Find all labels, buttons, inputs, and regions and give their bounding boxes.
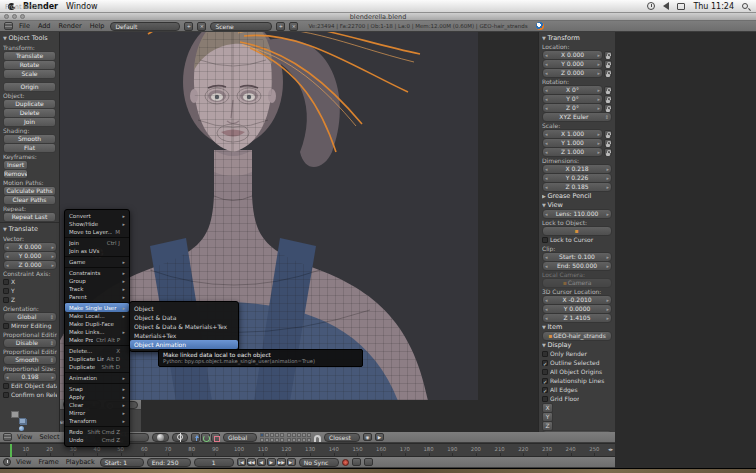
object-menu-item[interactable]: Animation xyxy=(65,372,129,382)
translate-panel-item[interactable]: Smooth xyxy=(3,356,57,364)
object-menu-item[interactable]: Apply xyxy=(65,393,129,401)
object-menu-item[interactable]: Make Proxy... Ctrl Alt P xyxy=(65,336,129,344)
orientation-dropdown[interactable]: Global xyxy=(223,433,257,442)
tool-shelf-item[interactable]: Rotate xyxy=(3,61,56,69)
timeline-view-menu[interactable]: View xyxy=(14,458,33,466)
tool-shelf-item[interactable]: Remove xyxy=(3,170,28,178)
snap-element-dropdown[interactable]: Closest xyxy=(324,433,360,442)
help-menu[interactable]: Help xyxy=(88,22,107,30)
jump-to-end-button[interactable]: ▶| xyxy=(287,458,296,466)
tool-shelf-item[interactable]: Insert xyxy=(3,161,28,169)
render-opengl-anim-icon[interactable]: ▶ xyxy=(375,433,384,441)
sidebar-item[interactable]: Z 1.000 xyxy=(542,148,612,156)
sidebar-item[interactable]: All Object Origins xyxy=(542,368,612,376)
add-menu[interactable]: Add xyxy=(36,22,53,30)
object-menu-item[interactable]: Convert xyxy=(65,212,129,220)
editor-type-icon[interactable] xyxy=(4,22,13,30)
object-menu-item[interactable]: Game xyxy=(65,256,129,266)
tool-shelf-item[interactable]: Origin xyxy=(3,83,56,91)
file-menu[interactable]: File xyxy=(17,22,32,30)
sidebar-item[interactable]: Relationship Lines xyxy=(542,377,612,385)
clock-icon[interactable] xyxy=(647,2,655,10)
translate-panel-item[interactable]: 0.198 xyxy=(3,373,57,381)
object-menu-item[interactable]: Make Local... xyxy=(65,312,129,320)
tool-shelf-item[interactable]: Join xyxy=(3,118,56,126)
sidebar-item[interactable]: Y 0° xyxy=(542,95,612,103)
sidebar-item[interactable]: X xyxy=(542,404,553,412)
sidebar-item[interactable]: Z 1.4105 xyxy=(542,314,612,322)
frame-start-field[interactable]: Start: 1 xyxy=(100,458,144,467)
render-opengl-icon[interactable]: ◉ xyxy=(363,433,372,441)
keying-set-icon[interactable] xyxy=(352,458,361,466)
ruler-scroll-arrows[interactable]: ◂▸ xyxy=(608,446,613,452)
submenu-item[interactable]: Object Animation xyxy=(130,340,238,349)
sidebar-item[interactable]: Only Render xyxy=(542,350,612,358)
tool-shelf-item[interactable]: Translate xyxy=(3,52,56,60)
sidebar-item[interactable] xyxy=(542,227,612,235)
object-menu-item[interactable]: Duplicate Shift D xyxy=(65,363,129,371)
tool-shelf-item[interactable]: Delete xyxy=(3,109,56,117)
sidebar-item[interactable]: View xyxy=(542,201,612,209)
submenu-item[interactable]: Object & Data & Materials+Tex xyxy=(130,322,238,331)
menu-clock[interactable]: Thu 11:24 xyxy=(693,2,734,11)
sidebar-item[interactable]: Display xyxy=(542,341,612,349)
delete-layout-button[interactable]: × xyxy=(197,22,206,31)
translate-panel-item[interactable]: Y 0.000 xyxy=(3,252,57,260)
add-layout-button[interactable]: + xyxy=(184,22,193,31)
delete-scene-button[interactable]: × xyxy=(289,22,298,31)
object-menu-item[interactable]: Transform xyxy=(65,417,129,425)
tool-shelf-item[interactable]: Duplicate xyxy=(3,100,56,108)
viewport-shading-dropdown[interactable] xyxy=(152,433,169,442)
timeline-frame-menu[interactable]: Frame xyxy=(36,458,60,466)
sidebar-item[interactable]: Start: 0.100 xyxy=(542,253,612,261)
current-frame-playhead[interactable] xyxy=(10,444,12,458)
sidebar-item[interactable]: Grid Floor xyxy=(542,395,579,403)
select-menu[interactable]: Select xyxy=(37,433,61,441)
sidebar-item[interactable]: X 0° xyxy=(542,86,612,94)
play-reverse-button[interactable]: ◀ xyxy=(257,458,266,466)
play-button[interactable]: ▶ xyxy=(267,458,276,466)
scene-selector[interactable]: Scene xyxy=(210,22,272,31)
translate-panel-item[interactable]: Z 0.000 xyxy=(3,261,57,269)
layers-widget-1[interactable] xyxy=(260,433,284,442)
object-menu-item[interactable]: Join Ctrl J xyxy=(65,237,129,247)
screen-layout-selector[interactable]: Default xyxy=(110,22,180,31)
scale-manipulator-icon[interactable] xyxy=(211,433,220,442)
sidebar-item[interactable]: Y 1.000 xyxy=(542,139,612,147)
tool-shelf-item[interactable]: Calculate Paths xyxy=(3,187,56,195)
object-menu-item[interactable]: Move to Layer... M xyxy=(65,228,129,236)
jump-to-start-button[interactable]: |◀ xyxy=(237,458,246,466)
timeline-editor-icon[interactable] xyxy=(3,458,11,466)
translate-panel-item[interactable]: Z xyxy=(3,296,57,304)
object-menu-item[interactable]: Make Links... xyxy=(65,328,129,336)
sidebar-item[interactable]: X 0.218 xyxy=(542,165,612,173)
sidebar-item[interactable]: XYZ Euler xyxy=(542,113,612,121)
sidebar-item[interactable]: Y xyxy=(542,413,553,421)
object-menu-item[interactable]: Group xyxy=(65,277,129,285)
translate-panel-item[interactable]: Disable xyxy=(3,339,57,347)
object-menu-item[interactable]: Clear xyxy=(65,401,129,409)
tool-shelf-item[interactable]: Flat xyxy=(3,144,56,152)
object-menu-item[interactable]: Constraints xyxy=(65,267,129,277)
layers-widget-2[interactable] xyxy=(287,433,311,442)
object-menu-item[interactable]: Duplicate Linked Alt D xyxy=(65,355,129,363)
translate-panel-item[interactable]: Edit Object data xyxy=(3,382,57,390)
translate-manipulator-icon[interactable] xyxy=(191,433,200,442)
tool-shelf-item[interactable]: Clear Paths xyxy=(3,196,56,204)
translate-panel-header[interactable]: Translate xyxy=(0,223,60,234)
sidebar-item[interactable]: All Edges xyxy=(542,386,612,394)
sidebar-item[interactable]: Lock to Cursor xyxy=(542,236,612,244)
object-menu-item[interactable]: Make Single User xyxy=(65,302,129,312)
snap-magnet-icon[interactable] xyxy=(314,435,321,442)
tool-shelf-item[interactable]: Smooth xyxy=(3,135,56,143)
frame-end-field[interactable]: End: 250 xyxy=(147,458,191,467)
object-menu-item[interactable]: Snap xyxy=(65,383,129,393)
sidebar-item[interactable]: Y 0.000 xyxy=(542,60,612,68)
sidebar-item[interactable]: X 1.000 xyxy=(542,130,612,138)
add-scene-button[interactable]: + xyxy=(276,22,285,31)
sync-dropdown[interactable]: No Sync xyxy=(299,458,339,467)
object-menu-item[interactable]: Redo Shift Cmd Z xyxy=(65,426,129,436)
tool-shelf-item[interactable]: Scale xyxy=(3,70,56,78)
display-icon[interactable] xyxy=(677,3,685,10)
sidebar-item[interactable]: Y 0.0000 xyxy=(542,305,612,313)
